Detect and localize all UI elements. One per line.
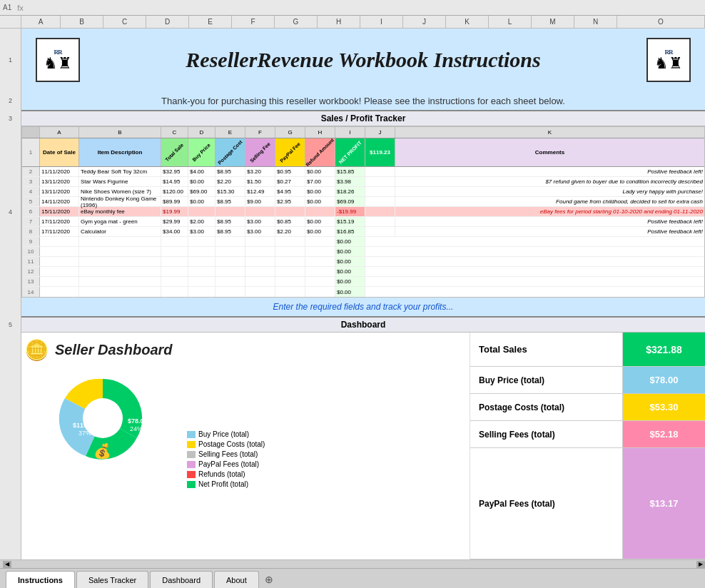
col-i: I xyxy=(360,16,403,28)
stats-paypal: PayPal Fees (total) $13.17 xyxy=(470,448,705,559)
dashboard-label: Dashboard xyxy=(21,316,705,333)
col-l: L xyxy=(489,16,532,28)
col-c: C xyxy=(103,16,146,28)
stats-postage: Postage Costs (total) $53.30 xyxy=(470,394,705,421)
dashboard-chart-area: 🪙 Seller Dashboard xyxy=(21,333,470,559)
formula-bar: A1 fx xyxy=(0,0,705,16)
col-g: G xyxy=(275,16,318,28)
subtitle-row: Thank-you for purchasing this reseller w… xyxy=(21,91,705,110)
add-sheet-button[interactable]: ⊕ xyxy=(260,571,278,588)
col-m: M xyxy=(532,16,574,28)
col-f: F xyxy=(232,16,275,28)
chart-legend: Buy Price (total) Postage Costs (total) … xyxy=(181,365,270,554)
main-title: ResellerRevenue Workbook Instructions xyxy=(186,48,540,72)
main-content: 1 RR ♞♜ ResellerRevenue Workbook Instruc… xyxy=(0,29,705,559)
col-e: E xyxy=(189,16,232,28)
coins-icon: 🪙 xyxy=(24,338,49,362)
row-num-2: 2 xyxy=(0,91,21,110)
stats-total-sales: Total Sales $321.88 xyxy=(470,333,705,367)
subtitle-text: Thank-you for purchasing this reseller w… xyxy=(161,96,565,106)
legend-postage: Postage Costs (total) xyxy=(187,440,265,448)
tab-sales-tracker[interactable]: Sales Tracker xyxy=(76,571,148,588)
svg-text:$119.23: $119.23 xyxy=(73,422,96,429)
dashboard-header: 🪙 Seller Dashboard xyxy=(24,338,467,362)
sales-tracker-label: Sales / Profit Tracker xyxy=(21,110,705,126)
chess-icon-right: RR ♞♜ xyxy=(646,38,691,82)
stats-buy-price: Buy Price (total) $78.00 xyxy=(470,367,705,394)
col-b: B xyxy=(61,16,103,28)
enter-text: Enter the required fields and track your… xyxy=(21,298,705,316)
tab-about[interactable]: About xyxy=(214,571,259,588)
mini-sheet-preview: A B C D E F G H I J K 1 Date of Sale xyxy=(21,126,705,298)
legend-paypal: PayPal Fees (total) xyxy=(187,460,265,468)
svg-text:💰: 💰 xyxy=(93,442,111,460)
tab-instructions[interactable]: Instructions xyxy=(6,571,75,588)
col-a: A xyxy=(21,16,61,28)
spreadsheet-app: A1 fx A B C D E F G H I J K L M N O 1 xyxy=(0,0,705,588)
row-num-enter xyxy=(0,298,21,316)
dashboard-stats: Total Sales $321.88 Buy Price (total) $7… xyxy=(470,333,705,559)
dashboard-title: Seller Dashboard xyxy=(55,342,173,358)
row-num-dash xyxy=(0,333,21,559)
svg-text:37%: 37% xyxy=(78,430,91,437)
col-k: K xyxy=(446,16,489,28)
col-n: N xyxy=(574,16,617,28)
svg-text:24%: 24% xyxy=(130,425,143,432)
col-j: J xyxy=(403,16,446,28)
col-headers: A B C D E F G H I J K L M N O xyxy=(0,16,705,29)
col-h: H xyxy=(318,16,360,28)
row-num-4: 4 xyxy=(0,126,21,298)
scroll-bar[interactable]: ◀ ▶ xyxy=(0,559,705,568)
legend-buy-price: Buy Price (total) xyxy=(187,430,265,438)
legend-refunds: Refunds (total) xyxy=(187,470,265,478)
row-num-1: 1 xyxy=(0,29,21,91)
dashboard-preview: 🪙 Seller Dashboard xyxy=(21,333,705,559)
chess-icon-left: RR ♞♜ xyxy=(36,38,80,82)
col-o: O xyxy=(617,16,705,28)
row-num-3: 3 xyxy=(0,110,21,126)
svg-text:$78.00: $78.00 xyxy=(128,417,148,425)
col-d: D xyxy=(146,16,189,28)
pie-chart: $78.00 24% $119.23 37% 💰 xyxy=(24,365,181,465)
tab-bar: Instructions Sales Tracker Dashboard Abo… xyxy=(0,568,705,588)
legend-net-profit: Net Profit (total) xyxy=(187,480,265,488)
tab-dashboard[interactable]: Dashboard xyxy=(150,571,213,588)
stats-selling: Selling Fees (total) $52.18 xyxy=(470,421,705,448)
header-section: RR ♞♜ ResellerRevenue Workbook Instructi… xyxy=(21,29,705,91)
legend-selling: Selling Fees (total) xyxy=(187,450,265,458)
row-num-5: 5 xyxy=(0,316,21,333)
